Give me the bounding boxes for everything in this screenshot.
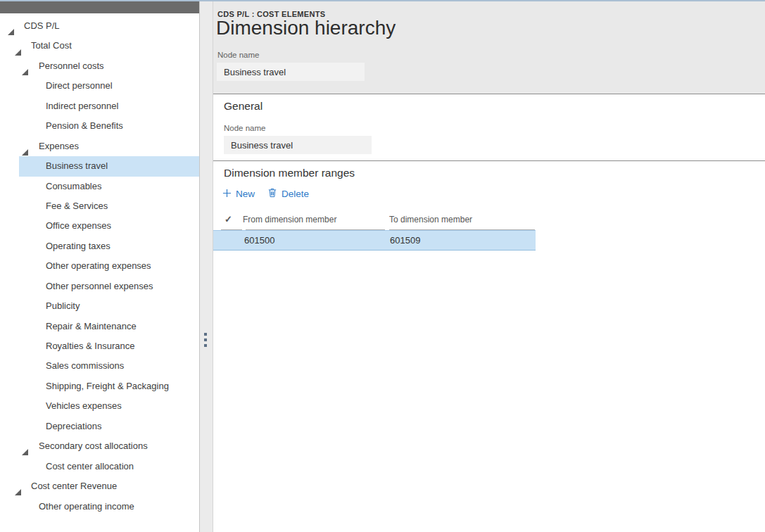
new-button[interactable]: New [222, 189, 255, 200]
top-hairline [0, 0, 765, 1]
tree-item-label: Pension & Benefits [0, 116, 199, 136]
tree-item-label: Operating taxes [0, 236, 199, 256]
tree-item-royalties-insurance[interactable]: Royalties & Insurance [0, 336, 199, 356]
dimension-hierarchy-tree: CDS P/L Total Cost Personnel costs Direc… [0, 16, 199, 517]
tree-item-cost-center-allocation[interactable]: Cost center allocation [0, 457, 199, 476]
expand-arrow-icon[interactable] [15, 483, 21, 489]
tree-item-personnel-costs[interactable]: Personnel costs [0, 56, 199, 76]
tree-item-label: Sales commissions [0, 356, 199, 376]
tree-item-label: Indirect personnel [0, 96, 199, 116]
splitter-handle-icon[interactable] [204, 333, 207, 350]
page-title: Dimension hierarchy [216, 17, 396, 39]
select-all-icon[interactable]: ✓ [225, 214, 232, 224]
tree-item-consumables[interactable]: Consumables [0, 177, 199, 196]
tree-item-pension-benefits[interactable]: Pension & Benefits [0, 116, 199, 136]
tree-item-operating-taxes[interactable]: Operating taxes [0, 236, 199, 256]
cell-to-dimension-member: 601509 [390, 231, 420, 250]
hierarchy-tree-panel: CDS P/L Total Cost Personnel costs Direc… [0, 1, 200, 532]
node-name-label: Node name [217, 51, 259, 59]
tree-item-label: Publicity [0, 296, 199, 316]
tree-item-label: Other operating expenses [0, 256, 199, 276]
tree-item-repair-maintenance[interactable]: Repair & Maintenance [0, 317, 199, 336]
section-general: General Node name [213, 94, 765, 161]
general-node-name-input[interactable] [224, 136, 372, 154]
tree-item-label: CDS P/L [0, 16, 199, 36]
table-row-selected[interactable]: 601500 601509 [213, 230, 536, 251]
column-header-from-dimension-member[interactable]: From dimension member [243, 215, 336, 224]
tree-item-depreciations[interactable]: Depreciations [0, 417, 199, 436]
tree-item-other-operating-expenses[interactable]: Other operating expenses [0, 256, 199, 276]
tree-item-label: Cost center Revenue [0, 476, 199, 496]
tree-item-label: Vehicles expenses [0, 396, 199, 416]
tree-item-label: Business travel [0, 156, 199, 176]
tree-item-label: Other personnel expenses [0, 277, 199, 296]
tree-item-label: Direct personnel [0, 76, 199, 96]
expand-arrow-icon[interactable] [22, 63, 28, 69]
grid-header: ✓ From dimension member To dimension mem… [213, 212, 536, 229]
tree-item-indirect-personnel[interactable]: Indirect personnel [0, 96, 199, 116]
tree-item-other-personnel-expenses[interactable]: Other personnel expenses [0, 277, 199, 296]
section-general-title: General [224, 100, 263, 113]
tree-item-label: Consumables [0, 177, 199, 196]
tree-item-label: Secondary cost allocations [0, 436, 199, 456]
tree-item-shipping-freight-packaging[interactable]: Shipping, Freight & Packaging [0, 376, 199, 396]
ranges-toolbar: New Delete [222, 188, 309, 200]
tree-item-label: Other operating income [0, 497, 199, 517]
delete-button[interactable]: Delete [267, 188, 309, 200]
tree-item-direct-personnel[interactable]: Direct personnel [0, 76, 199, 96]
tree-item-cds-pl[interactable]: CDS P/L [0, 16, 199, 36]
tree-item-label: Fee & Services [0, 196, 199, 216]
node-name-input[interactable] [217, 63, 365, 81]
new-button-label: New [236, 189, 255, 199]
tree-item-office-expenses[interactable]: Office expenses [0, 216, 199, 236]
detail-panel: CDS P/L : COST ELEMENTS Dimension hierar… [213, 1, 765, 532]
tree-item-label: Total Cost [0, 36, 199, 56]
expand-arrow-icon[interactable] [22, 143, 28, 149]
tree-item-label: Office expenses [0, 216, 199, 236]
general-node-name-label: Node name [224, 124, 265, 132]
tree-item-label: Personnel costs [0, 56, 199, 76]
trash-icon [267, 188, 277, 200]
delete-button-label: Delete [282, 189, 309, 199]
add-icon [222, 189, 232, 200]
tree-item-total-cost[interactable]: Total Cost [0, 36, 199, 56]
panel-splitter[interactable] [200, 1, 213, 532]
tree-item-sales-commissions[interactable]: Sales commissions [0, 356, 199, 376]
section-ranges-title: Dimension member ranges [224, 167, 355, 179]
tree-item-expenses[interactable]: Expenses [0, 137, 199, 156]
tree-item-label: Shipping, Freight & Packaging [0, 376, 199, 396]
column-header-to-dimension-member[interactable]: To dimension member [389, 215, 472, 224]
tree-item-other-operating-income[interactable]: Other operating income [0, 497, 199, 517]
section-dimension-member-ranges: Dimension member ranges New Delete [213, 160, 765, 532]
expand-arrow-icon[interactable] [15, 43, 21, 49]
tree-item-label: Expenses [0, 137, 199, 156]
tree-item-business-travel-selected[interactable]: Business travel [0, 156, 199, 176]
tree-item-cost-center-revenue[interactable]: Cost center Revenue [0, 476, 199, 496]
tree-item-fee-services[interactable]: Fee & Services [0, 196, 199, 216]
tree-item-vehicles-expenses[interactable]: Vehicles expenses [0, 396, 199, 416]
tree-item-label: Cost center allocation [0, 457, 199, 476]
tree-item-label: Royalties & Insurance [0, 336, 199, 356]
tree-panel-header-bar [0, 1, 199, 13]
tree-item-label: Depreciations [0, 417, 199, 436]
expand-arrow-icon[interactable] [22, 443, 28, 449]
tree-item-label: Repair & Maintenance [0, 317, 199, 336]
tree-item-publicity[interactable]: Publicity [0, 296, 199, 316]
expand-arrow-icon[interactable] [8, 23, 14, 29]
cell-from-dimension-member: 601500 [244, 231, 274, 250]
tree-item-secondary-cost-allocations[interactable]: Secondary cost allocations [0, 436, 199, 456]
